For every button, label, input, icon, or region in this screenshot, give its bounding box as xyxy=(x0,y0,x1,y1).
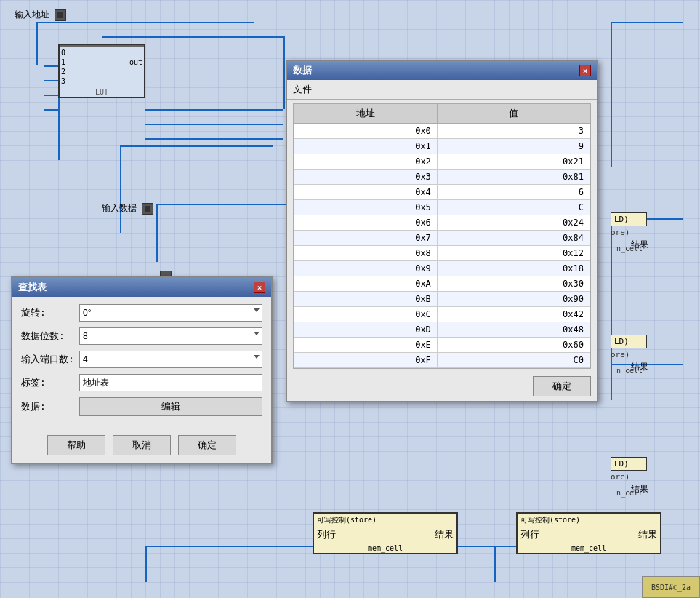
n-cell-label-1: n_cell xyxy=(616,244,643,252)
cell-value: 0x48 xyxy=(437,322,590,338)
wire-h9 xyxy=(44,95,60,96)
table-row: 0xE0x60 xyxy=(294,338,590,353)
table-row: 0xC0x42 xyxy=(294,307,590,322)
rotation-label: 旋转: xyxy=(21,306,79,319)
table-row: 0x5C xyxy=(294,200,590,215)
n-cell-label-3: n_cell xyxy=(616,489,643,497)
input-data-label: 输入数据 xyxy=(102,202,153,215)
table-row: 0x60x24 xyxy=(294,215,590,231)
data-bits-select-wrapper[interactable]: 8 4 16 xyxy=(79,327,262,345)
lut-block: 0 1 out 2 3 LUT xyxy=(58,44,145,98)
data-dialog-menu[interactable]: 文件 xyxy=(287,80,597,100)
ore-label-2: ore) xyxy=(611,350,630,359)
input-address-icon xyxy=(55,9,66,21)
table-row: 0x30x81 xyxy=(294,170,590,185)
data-table-body: 0x030x190x20x210x30x810x460x5C0x60x240x7… xyxy=(294,124,590,368)
cell-footer-1: 列行 结果 xyxy=(314,527,456,543)
input-ports-select-wrapper[interactable]: 4 2 8 xyxy=(79,351,262,368)
wire-h12 xyxy=(156,204,287,205)
data-table-wrapper[interactable]: 地址 值 0x030x190x20x210x30x810x460x5C0x60x… xyxy=(293,103,591,369)
cell-address: 0x7 xyxy=(294,231,438,246)
input-data-icon xyxy=(142,203,153,215)
cell-value: 0x12 xyxy=(437,246,590,261)
col-value-header: 值 xyxy=(437,104,590,124)
wire-h3 xyxy=(145,109,283,111)
cell-address: 0xD xyxy=(294,322,438,338)
ok-button[interactable]: 确定 xyxy=(178,435,236,455)
wire-v9 xyxy=(494,546,496,582)
mem-cell-label-1: mem_cell xyxy=(314,543,456,553)
label-input[interactable] xyxy=(79,374,262,391)
table-row: 0xFC0 xyxy=(294,353,590,368)
table-row: 0x70x84 xyxy=(294,231,590,246)
cell-value: 0x42 xyxy=(437,307,590,322)
data-ok-button[interactable]: 确定 xyxy=(533,376,591,396)
cell-address: 0x2 xyxy=(294,154,438,170)
wire-v5 xyxy=(156,204,158,262)
cell-value: 3 xyxy=(437,124,590,139)
data-bits-select[interactable]: 8 4 16 xyxy=(79,327,262,345)
cell-address: 0xC xyxy=(294,307,438,322)
wire-v6 xyxy=(611,22,612,167)
wire-h5 xyxy=(145,138,283,140)
edit-button[interactable]: 编辑 xyxy=(79,397,262,416)
ld-block-3: LD) xyxy=(611,457,647,471)
cell-address: 0x4 xyxy=(294,185,438,200)
input-ports-select[interactable]: 4 2 8 xyxy=(79,351,262,368)
ld-block-1: LD) xyxy=(611,212,647,226)
rotation-select[interactable]: 0° 90° 180° 270° xyxy=(79,304,262,322)
lut-row-0: 0 xyxy=(61,48,142,57)
cell-value: 0x21 xyxy=(437,154,590,170)
cell-address: 0x3 xyxy=(294,170,438,185)
input-ports-label: 输入端口数: xyxy=(21,353,79,366)
data-label: 数据: xyxy=(21,400,79,413)
cell-address: 0x5 xyxy=(294,200,438,215)
bottom-cell-2: 可写控制(store) 列行 结果 mem_cell xyxy=(516,512,661,554)
cell-value: 0x30 xyxy=(437,276,590,292)
wire-h8 xyxy=(44,80,60,81)
data-bits-label: 数据位数: xyxy=(21,330,79,343)
rotation-select-wrapper[interactable]: 0° 90° 180° 270° xyxy=(79,304,262,322)
cancel-button[interactable]: 取消 xyxy=(113,435,171,455)
bottom-cell-1: 可写控制(store) 列行 结果 mem_cell xyxy=(313,512,458,554)
wire-v2 xyxy=(283,36,285,109)
store-label-2: 可写控制(store) xyxy=(518,514,660,527)
input-ports-row: 输入端口数: 4 2 8 xyxy=(21,351,262,368)
data-row: 数据: 编辑 xyxy=(21,397,262,416)
wire-h7 xyxy=(44,65,60,67)
lookup-dialog-title: 查找表 × xyxy=(12,278,271,297)
lut-row-2: 2 xyxy=(61,67,142,76)
wire-h11 xyxy=(120,145,273,147)
lookup-dialog-buttons: 帮助 取消 确定 xyxy=(12,429,271,463)
ld-block-2: LD) xyxy=(611,335,647,348)
cell-value: 6 xyxy=(437,185,590,200)
wire-v8 xyxy=(145,546,147,582)
rotation-row: 旋转: 0° 90° 180° 270° xyxy=(21,304,262,322)
table-row: 0xA0x30 xyxy=(294,276,590,292)
input-address-label: 输入地址 xyxy=(15,9,66,21)
cell-value: 0x90 xyxy=(437,292,590,307)
lookup-close-button[interactable]: × xyxy=(254,282,265,293)
table-row: 0x03 xyxy=(294,124,590,139)
wire-h2 xyxy=(102,36,283,38)
cell-footer-2: 列行 结果 xyxy=(518,527,660,543)
cell-value: C0 xyxy=(437,353,590,368)
wire-v1 xyxy=(36,22,38,65)
help-button[interactable]: 帮助 xyxy=(47,435,105,455)
data-close-button[interactable]: × xyxy=(579,65,591,76)
col-address-header: 地址 xyxy=(294,104,438,124)
table-row: 0xD0x48 xyxy=(294,322,590,338)
cell-value: 0x60 xyxy=(437,338,590,353)
data-table: 地址 值 0x030x190x20x210x30x810x460x5C0x60x… xyxy=(294,103,590,368)
cell-address: 0xE xyxy=(294,338,438,353)
cell-address: 0x9 xyxy=(294,261,438,276)
table-row: 0x90x18 xyxy=(294,261,590,276)
cell-value: 0x81 xyxy=(437,170,590,185)
table-row: 0x19 xyxy=(294,139,590,154)
cell-address: 0x1 xyxy=(294,139,438,154)
lookup-dialog: 查找表 × 旋转: 0° 90° 180° 270° 数据位数: 8 xyxy=(11,276,273,464)
cell-address: 0xA xyxy=(294,276,438,292)
label-row: 标签: xyxy=(21,374,262,391)
lut-footer: LUT xyxy=(60,87,144,97)
lut-row-1: 1 out xyxy=(61,57,142,67)
